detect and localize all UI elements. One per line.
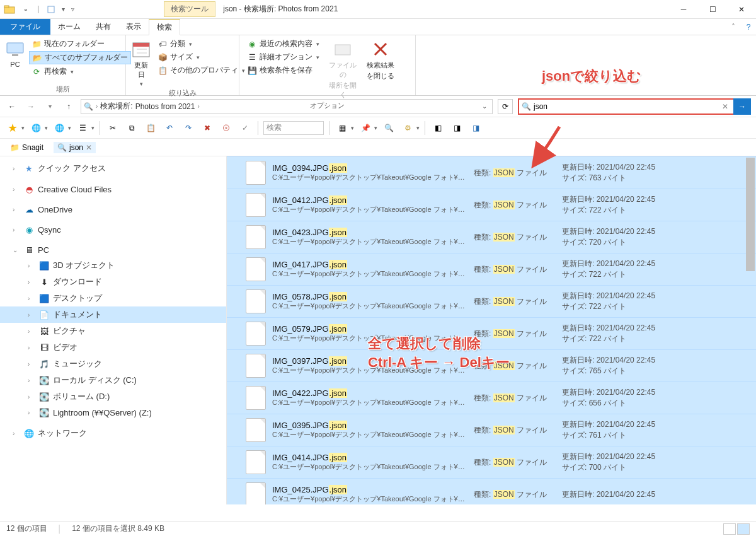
file-row[interactable]: IMG_0414.JPG.json C:¥ユーザー¥popol¥デスクトップ¥T… xyxy=(227,446,756,478)
close-button[interactable]: ✕ xyxy=(727,0,756,19)
ribbon-pc[interactable]: PC xyxy=(5,38,25,68)
file-row[interactable]: IMG_0394.JPG.json C:¥ユーザー¥popol¥デスクトップ¥T… xyxy=(227,156,756,189)
file-row[interactable]: IMG_0578.JPG.json C:¥ユーザー¥popol¥デスクトップ¥T… xyxy=(227,285,756,317)
file-name: IMG_0417.JPG.json xyxy=(272,260,467,269)
network-icon: 🌐 xyxy=(24,428,34,438)
minimize-button[interactable]: ─ xyxy=(669,0,698,19)
ribbon-close-search[interactable]: 検索結果 を閉じる xyxy=(364,38,398,81)
file-row[interactable]: IMG_0423.JPG.json C:¥ユーザー¥popol¥デスクトップ¥T… xyxy=(227,221,756,253)
toolbar-search-field[interactable]: 検索 xyxy=(263,121,324,135)
tab-home[interactable]: ホーム xyxy=(50,19,88,35)
sidebar-item[interactable]: ›🖼ピクチャ xyxy=(0,323,226,339)
ribbon-current-folder[interactable]: 📁現在のフォルダー xyxy=(29,38,131,50)
toolbar-search2-icon[interactable]: 🔍 xyxy=(381,120,396,136)
up-button[interactable]: ↑ xyxy=(62,100,76,114)
help-icon[interactable]: ? xyxy=(741,19,756,35)
toolbar-pane1-icon[interactable]: ◧ xyxy=(430,120,445,136)
tab-view[interactable]: 表示 xyxy=(118,19,149,35)
close-tab-icon[interactable]: ✕ xyxy=(86,143,92,152)
search-input[interactable] xyxy=(534,102,719,111)
toolbar-copy-icon[interactable]: ⧉ xyxy=(124,120,139,136)
search-results-icon: 🔍 xyxy=(84,102,93,111)
ribbon-collapse-icon[interactable]: ˄ xyxy=(726,19,741,35)
search-submit-button[interactable]: → xyxy=(733,98,751,115)
breadcrumb-prefix[interactable]: 検索場所: xyxy=(100,101,132,112)
sidebar-quick-access[interactable]: ›★クイック アクセス xyxy=(0,160,226,177)
toolbar-cut-icon[interactable]: ✂ xyxy=(105,120,120,136)
sidebar-item[interactable]: ›💽ローカル ディスク (C:) xyxy=(0,372,226,388)
search-box[interactable]: 🔍 ✕ → xyxy=(518,98,751,115)
toolbar-pane2-icon[interactable]: ◨ xyxy=(449,120,464,136)
sidebar-item[interactable]: ›🟦デスクトップ xyxy=(0,290,226,306)
scrollbar-thumb[interactable] xyxy=(746,158,755,271)
file-type: 種類: JSON ファイル xyxy=(474,329,556,339)
sidebar-item[interactable]: ›⬇ダウンロード xyxy=(0,274,226,290)
sidebar-item[interactable]: ›💽ボリューム (D:) xyxy=(0,388,226,405)
file-row[interactable]: IMG_0579.JPG.json C:¥ユーザー¥popol¥デスクトップ¥T… xyxy=(227,317,756,349)
toolbar-globe-green[interactable]: 🌐 xyxy=(28,120,43,136)
ribbon-save-search[interactable]: 💾検索条件を保存 xyxy=(244,64,322,76)
qat-item[interactable]: ▫ xyxy=(19,3,33,16)
toolbar-delete-icon[interactable]: ✖ xyxy=(200,120,215,136)
qat-dropdown-2[interactable]: ▾ xyxy=(60,6,66,13)
fav-json[interactable]: 🔍json ✕ xyxy=(54,142,96,153)
favorites-star-icon[interactable]: ★ xyxy=(5,120,20,136)
file-name: IMG_0579.JPG.json xyxy=(272,324,467,334)
toolbar-delete2-icon[interactable]: ⮾ xyxy=(219,120,234,136)
sidebar-ccf[interactable]: ›◓Creative Cloud Files xyxy=(0,182,226,197)
ribbon-all-subfolders[interactable]: 📂すべてのサブフォルダー xyxy=(29,51,131,64)
ribbon-date-modified[interactable]: 更新日 ▾ xyxy=(131,38,151,87)
ribbon-advanced[interactable]: ☰詳細オプション▾ xyxy=(244,51,322,63)
ribbon-size[interactable]: 📦サイズ▾ xyxy=(155,51,248,63)
breadcrumb-dropdown[interactable]: ⌄ xyxy=(479,103,490,110)
file-row[interactable]: IMG_0425.JPG.json C:¥ユーザー¥popol¥デスクトップ¥T… xyxy=(227,478,756,504)
file-row[interactable]: IMG_0397.JPG.json C:¥ユーザー¥popol¥デスクトップ¥T… xyxy=(227,349,756,382)
toolbar-pane3-icon[interactable]: ◨ xyxy=(468,120,483,136)
file-row[interactable]: IMG_0417.JPG.json C:¥ユーザー¥popol¥デスクトップ¥T… xyxy=(227,253,756,285)
view-large-button[interactable] xyxy=(737,523,750,535)
sidebar-network[interactable]: ›🌐ネットワーク xyxy=(0,425,226,441)
toolbar-undo-icon[interactable]: ↶ xyxy=(162,120,177,136)
file-row[interactable]: IMG_0422.JPG.json C:¥ユーザー¥popol¥デスクトップ¥T… xyxy=(227,382,756,414)
toolbar-properties-icon[interactable]: ✓ xyxy=(238,120,253,136)
ribbon-recent[interactable]: ◉最近の検索内容▾ xyxy=(244,38,322,50)
sidebar-onedrive[interactable]: ›☁OneDrive xyxy=(0,202,226,217)
breadcrumb-location[interactable]: Photos from 2021 xyxy=(135,102,195,111)
maximize-button[interactable]: ☐ xyxy=(698,0,727,19)
qsync-icon: ◉ xyxy=(24,224,34,235)
file-name: IMG_0412.JPG.json xyxy=(272,195,467,205)
refresh-button[interactable]: ⟳ xyxy=(498,99,513,114)
toolbar-redo-icon[interactable]: ↷ xyxy=(181,120,196,136)
ribbon-other-props[interactable]: 📋その他のプロパティ▾ xyxy=(155,64,248,76)
ribbon-search-again[interactable]: ⟳再検索▾ xyxy=(29,66,131,78)
recent-locations-dropdown[interactable]: ▾ xyxy=(43,100,57,114)
ribbon-kind[interactable]: 🏷分類▾ xyxy=(155,38,248,50)
fav-snagit[interactable]: 📁Snagit xyxy=(6,142,47,153)
sidebar-item[interactable]: ›💽Lightroom (¥¥QServer) (Z:) xyxy=(0,405,226,420)
qat-properties[interactable] xyxy=(44,3,58,16)
toolbar-view-icon[interactable]: ▦ xyxy=(335,120,350,136)
toolbar-rows-icon[interactable]: ☰ xyxy=(75,120,90,136)
qat-overflow[interactable]: ▿ xyxy=(70,6,76,13)
clear-search-icon[interactable]: ✕ xyxy=(722,102,728,111)
sidebar-item[interactable]: ›🎵ミュージック xyxy=(0,356,226,372)
toolbar-settings-icon[interactable]: ⚙ xyxy=(400,120,415,136)
sidebar-item[interactable]: ›🎞ビデオ xyxy=(0,339,226,356)
view-details-button[interactable] xyxy=(723,523,736,535)
sidebar-item[interactable]: ›🟦3D オブジェクト xyxy=(0,257,226,274)
toolbar-pin-icon[interactable]: 📌 xyxy=(358,120,373,136)
back-button[interactable]: ← xyxy=(5,100,19,114)
sidebar-item[interactable]: ›📄ドキュメント xyxy=(0,306,226,323)
breadcrumb[interactable]: 🔍 › 検索場所: Photos from 2021 › ⌄ xyxy=(81,99,493,114)
toolbar-globe-blue[interactable]: 🌐 xyxy=(52,120,67,136)
tab-search[interactable]: 検索 xyxy=(149,19,180,35)
file-path: C:¥ユーザー¥popol¥デスクトップ¥Takeout¥Google フォト¥… xyxy=(272,205,467,214)
qat-dropdown[interactable]: │ xyxy=(35,6,42,13)
file-row[interactable]: IMG_0395.JPG.json C:¥ユーザー¥popol¥デスクトップ¥T… xyxy=(227,414,756,446)
toolbar-paste-icon[interactable]: 📋 xyxy=(143,120,158,136)
tab-file[interactable]: ファイル xyxy=(0,19,50,35)
sidebar-qsync[interactable]: ›◉Qsync xyxy=(0,222,226,237)
tab-share[interactable]: 共有 xyxy=(88,19,118,35)
sidebar-pc[interactable]: ⌄🖥PC xyxy=(0,242,226,257)
file-row[interactable]: IMG_0412.JPG.json C:¥ユーザー¥popol¥デスクトップ¥T… xyxy=(227,189,756,221)
